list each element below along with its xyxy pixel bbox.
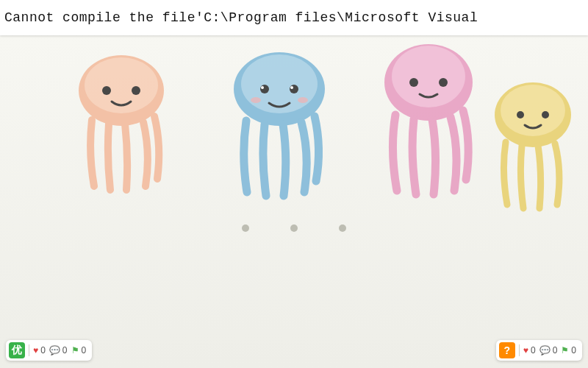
- likes-stat: ♥ 0: [523, 345, 536, 355]
- jellyfish-blue-icon: [220, 49, 338, 203]
- heart-icon: ♥: [523, 345, 528, 355]
- badge-icon-orange: ?: [499, 342, 515, 358]
- jellyfish-peach-icon: [66, 50, 176, 197]
- svg-point-5: [241, 54, 318, 113]
- rating-badge-left[interactable]: 优 ♥ 0 💬 0 ⚑ 0: [6, 340, 92, 361]
- svg-point-18: [517, 111, 524, 118]
- flags-count: 0: [82, 345, 87, 355]
- pagination-dots: [242, 224, 346, 232]
- likes-count: 0: [531, 345, 536, 355]
- error-path-text: Cannot compile the file'C:\Program files…: [4, 10, 478, 25]
- likes-count: 0: [40, 345, 46, 355]
- flags-stat: ⚑ 0: [561, 345, 576, 355]
- header-bar: Cannot compile the file'C:\Program files…: [0, 0, 588, 35]
- jellyfish-yellow-icon: [485, 79, 581, 212]
- svg-point-11: [298, 97, 308, 103]
- svg-point-6: [260, 85, 269, 93]
- comments-stat: 💬 0: [49, 345, 68, 355]
- comments-count: 0: [553, 345, 558, 355]
- svg-point-10: [251, 97, 261, 103]
- rating-badge-right[interactable]: ? ♥ 0 💬 0 ⚑ 0: [496, 340, 582, 361]
- likes-stat: ♥ 0: [33, 345, 46, 355]
- divider-icon: [29, 344, 29, 356]
- svg-point-3: [132, 86, 140, 95]
- comments-stat: 💬 0: [539, 345, 558, 355]
- dot-icon: [242, 224, 249, 232]
- svg-point-7: [290, 85, 298, 93]
- svg-point-19: [542, 111, 549, 118]
- comments-count: 0: [62, 345, 68, 355]
- heart-icon: ♥: [33, 345, 38, 355]
- svg-point-14: [409, 78, 418, 87]
- svg-point-15: [439, 78, 448, 87]
- flag-icon: ⚑: [561, 345, 569, 355]
- flags-count: 0: [571, 345, 576, 355]
- divider-icon: [519, 344, 520, 356]
- flag-icon: ⚑: [71, 345, 79, 355]
- dot-icon: [290, 224, 298, 232]
- badge-icon-green: 优: [9, 342, 25, 358]
- bubble-icon: 💬: [49, 345, 60, 355]
- content-area: 优 ♥ 0 💬 0 ⚑ 0 ? ♥ 0 💬 0 ⚑ 0: [0, 35, 588, 368]
- svg-point-8: [261, 86, 264, 89]
- bubble-icon: 💬: [539, 345, 551, 355]
- dot-icon: [339, 224, 346, 232]
- svg-point-2: [102, 86, 111, 95]
- jellyfish-pink-icon: [373, 40, 484, 202]
- svg-point-9: [290, 86, 293, 89]
- flags-stat: ⚑ 0: [71, 345, 87, 355]
